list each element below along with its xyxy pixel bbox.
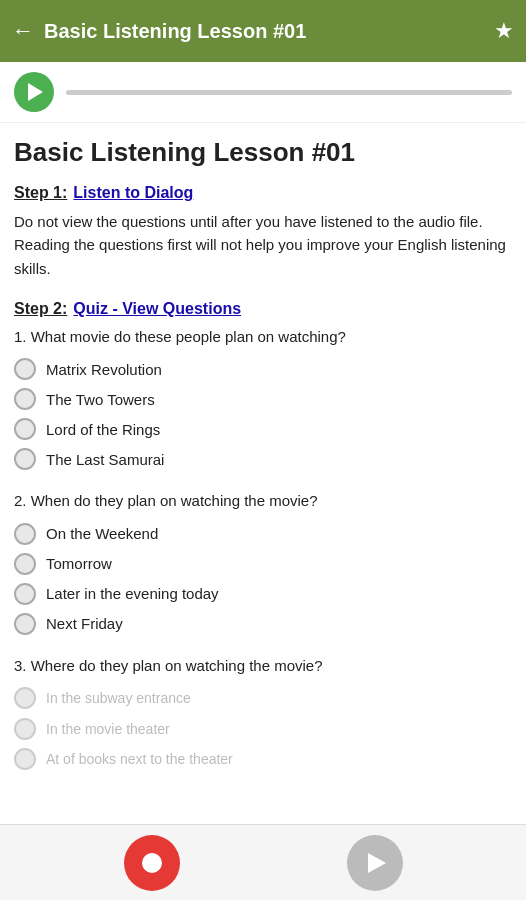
main-content: Basic Listening Lesson #01 Step 1: Liste… xyxy=(0,123,526,837)
radio-circle-icon xyxy=(14,553,36,575)
app-header: ← Basic Listening Lesson #01 ★ xyxy=(0,0,526,62)
bottom-toolbar xyxy=(0,824,526,900)
radio-option-label: Next Friday xyxy=(46,615,123,632)
audio-bar xyxy=(0,62,526,123)
question-text-1: 1. What movie do these people plan on wa… xyxy=(14,326,512,349)
lesson-title: Basic Listening Lesson #01 xyxy=(14,137,512,168)
question-text-3: 3. Where do they plan on watching the mo… xyxy=(14,655,512,678)
radio-option-label: In the subway entrance xyxy=(46,687,191,709)
step2-label: Step 2: xyxy=(14,300,67,318)
radio-circle-icon xyxy=(14,448,36,470)
radio-option-2-0[interactable]: On the Weekend xyxy=(14,523,512,545)
record-icon xyxy=(142,853,162,873)
radio-circle-icon xyxy=(14,523,36,545)
radio-option-1-1[interactable]: The Two Towers xyxy=(14,388,512,410)
radio-circle-icon xyxy=(14,718,36,740)
radio-circle-icon xyxy=(14,388,36,410)
radio-option-label: At of books next to the theater xyxy=(46,748,233,770)
radio-circle-icon xyxy=(14,613,36,635)
radio-option-label: The Last Samurai xyxy=(46,451,164,468)
audio-play-button[interactable] xyxy=(14,72,54,112)
radio-circle-icon xyxy=(14,358,36,380)
radio-option-label: Later in the evening today xyxy=(46,585,219,602)
question-block-3: 3. Where do they plan on watching the mo… xyxy=(14,655,512,771)
radio-option-3-0[interactable]: In the subway entrance xyxy=(14,687,512,709)
back-button[interactable]: ← xyxy=(12,18,34,44)
playback-triangle-icon xyxy=(368,853,386,873)
question-block-2: 2. When do they plan on watching the mov… xyxy=(14,490,512,635)
radio-option-1-3[interactable]: The Last Samurai xyxy=(14,448,512,470)
radio-option-1-0[interactable]: Matrix Revolution xyxy=(14,358,512,380)
radio-circle-icon xyxy=(14,687,36,709)
radio-option-label: Matrix Revolution xyxy=(46,361,162,378)
record-button[interactable] xyxy=(124,835,180,891)
step2-line: Step 2: Quiz - View Questions xyxy=(14,300,512,318)
radio-option-1-2[interactable]: Lord of the Rings xyxy=(14,418,512,440)
favorite-star-icon[interactable]: ★ xyxy=(494,18,514,44)
radio-option-label: In the movie theater xyxy=(46,718,170,740)
header-title: Basic Listening Lesson #01 xyxy=(44,20,494,43)
radio-option-2-3[interactable]: Next Friday xyxy=(14,613,512,635)
radio-option-3-1[interactable]: In the movie theater xyxy=(14,718,512,740)
radio-option-3-2[interactable]: At of books next to the theater xyxy=(14,748,512,770)
questions-container: 1. What movie do these people plan on wa… xyxy=(14,326,512,771)
radio-circle-icon xyxy=(14,748,36,770)
play-triangle-icon xyxy=(28,83,43,101)
radio-option-label: The Two Towers xyxy=(46,391,155,408)
instruction-text: Do not view the questions until after yo… xyxy=(14,210,512,280)
radio-option-label: Tomorrow xyxy=(46,555,112,572)
radio-option-label: On the Weekend xyxy=(46,525,158,542)
playback-button[interactable] xyxy=(347,835,403,891)
quiz-view-questions-link[interactable]: Quiz - View Questions xyxy=(73,300,241,318)
question-text-2: 2. When do they plan on watching the mov… xyxy=(14,490,512,513)
listen-to-dialog-link[interactable]: Listen to Dialog xyxy=(73,184,193,202)
step1-label: Step 1: xyxy=(14,184,67,202)
audio-progress-bar[interactable] xyxy=(66,90,512,95)
question-block-1: 1. What movie do these people plan on wa… xyxy=(14,326,512,471)
radio-option-label: Lord of the Rings xyxy=(46,421,160,438)
radio-circle-icon xyxy=(14,418,36,440)
step1-line: Step 1: Listen to Dialog xyxy=(14,184,512,202)
radio-circle-icon xyxy=(14,583,36,605)
radio-option-2-1[interactable]: Tomorrow xyxy=(14,553,512,575)
radio-option-2-2[interactable]: Later in the evening today xyxy=(14,583,512,605)
